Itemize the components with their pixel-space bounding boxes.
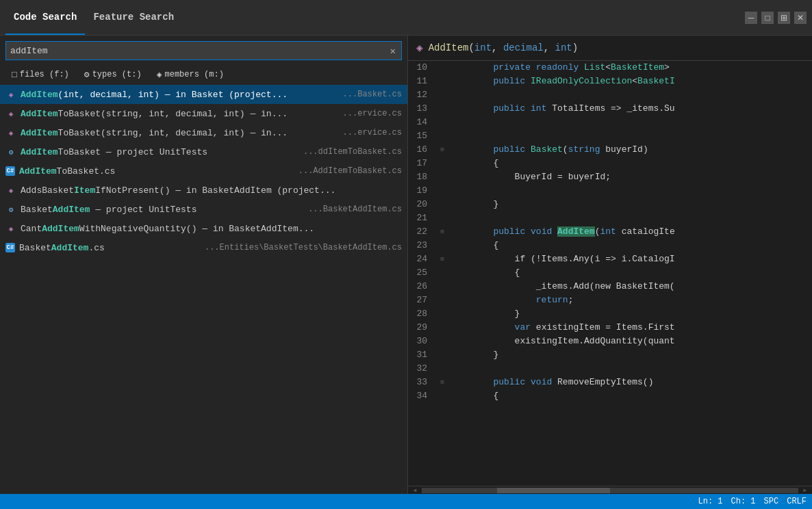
code-line-21: 21 <box>408 211 812 225</box>
filter-files-label: files (f:) <box>20 70 69 79</box>
filter-bar: □ files (f:) ⚙ types (t:) ◈ members (m:) <box>0 64 407 85</box>
result-icon-0: ◈ <box>5 89 16 100</box>
result-path-0: ...Basket.cs <box>343 90 402 99</box>
minimize-button[interactable]: ─ <box>745 12 757 24</box>
code-header: ◈ AddItem(int, decimal, int) <box>408 36 812 61</box>
code-line-31: 31 } <box>408 348 812 362</box>
result-icon-1: ◈ <box>5 108 16 119</box>
result-icon-8: C# <box>5 243 15 252</box>
status-bar: Ln: 1 Ch: 1 SPC CRLF <box>0 494 812 509</box>
result-icon-5: ◈ <box>5 185 16 196</box>
tab-feature-search[interactable]: Feature Search <box>85 0 182 35</box>
scroll-right-button[interactable]: ▶ <box>801 486 809 495</box>
code-line-19: 19 <box>408 184 812 198</box>
result-main-5: AddsBasketItemIfNotPresent() — in Basket… <box>21 185 398 196</box>
clear-icon[interactable]: ✕ <box>389 45 397 57</box>
horizontal-scrollbar[interactable]: ◀ ▶ <box>408 486 812 494</box>
code-line-14: 14 <box>408 116 812 129</box>
scroll-thumb[interactable] <box>497 488 610 493</box>
code-line-22: 22 ⊞ public void AddItem(int catalogIte <box>408 225 812 239</box>
code-line-13: 13 public int TotalItems => _items.Su <box>408 102 812 116</box>
split-button[interactable]: ⊞ <box>778 12 790 24</box>
result-icon-4: C# <box>5 166 15 176</box>
code-line-29: 29 var existingItem = Items.First <box>408 321 812 335</box>
result-main-2: AddItemToBasket(string, int, decimal, in… <box>21 128 339 138</box>
status-ch: Ch: 1 <box>731 497 756 506</box>
filter-members-label: members (m:) <box>165 70 224 79</box>
main-area: ✕ □ files (f:) ⚙ types (t:) ◈ members (m… <box>0 36 812 494</box>
result-item-6[interactable]: ⚙ BasketAddItem — project UnitTests ...B… <box>0 200 407 219</box>
right-panel: ◈ AddItem(int, decimal, int) 10 private … <box>408 36 812 494</box>
result-item-7[interactable]: ◈ CantAddItemWithNegativeQuantity() — in… <box>0 219 407 238</box>
header-cube-icon: ◈ <box>416 41 423 55</box>
scroll-track[interactable] <box>422 488 798 493</box>
result-main-8: BasketAddItem.cs <box>19 243 201 253</box>
status-right: Ln: 1 Ch: 1 SPC CRLF <box>698 497 807 506</box>
code-line-27: 27 return; <box>408 293 812 307</box>
cube-icon: ◈ <box>157 69 162 80</box>
code-line-12: 12 <box>408 88 812 102</box>
code-line-10: 10 private readonly List<BasketItem> <box>408 61 812 75</box>
code-line-32: 32 <box>408 362 812 376</box>
result-path-8: ...Entities\BasketTests\BasketAddItem.cs <box>205 243 402 252</box>
filter-types-button[interactable]: ⚙ types (t:) <box>78 67 148 82</box>
code-line-34: 34 { <box>408 389 812 403</box>
code-line-25: 25 { <box>408 266 812 280</box>
result-main-4: AddItemToBasket.cs <box>19 166 294 177</box>
result-path-2: ...ervice.cs <box>343 128 402 138</box>
code-line-23: 23 { <box>408 239 812 252</box>
result-path-3: ...ddItemToBasket.cs <box>303 147 402 157</box>
tab-feature-search-label: Feature Search <box>93 12 174 23</box>
close-button[interactable]: ✕ <box>794 12 807 24</box>
result-main-3: AddItemToBasket — project UnitTests <box>21 147 299 157</box>
restore-button[interactable]: □ <box>761 12 774 24</box>
result-icon-3: ⚙ <box>5 146 16 157</box>
search-box: ✕ <box>5 41 402 60</box>
result-main-6: BasketAddItem — project UnitTests <box>21 205 304 215</box>
result-item-2[interactable]: ◈ AddItemToBasket(string, int, decimal, … <box>0 123 407 142</box>
status-ln: Ln: 1 <box>698 497 723 506</box>
code-area[interactable]: 10 private readonly List<BasketItem> 11 … <box>408 61 812 486</box>
result-main-7: CantAddItemWithNegativeQuantity() — in B… <box>21 224 398 234</box>
tab-code-search[interactable]: Code Search <box>5 0 85 35</box>
result-item-5[interactable]: ◈ AddsBasketItemIfNotPresent() — in Bask… <box>0 181 407 200</box>
result-main-0: AddItem(int, decimal, int) — in Basket (… <box>21 90 339 100</box>
result-main-1: AddItemToBasket(string, int, decimal, in… <box>21 109 339 119</box>
code-line-11: 11 public IReadOnlyCollection<BasketI <box>408 75 812 88</box>
code-line-20: 20 } <box>408 198 812 211</box>
code-line-18: 18 BuyerId = buyerId; <box>408 170 812 184</box>
search-input[interactable] <box>10 46 389 56</box>
result-item-3[interactable]: ⚙ AddItemToBasket — project UnitTests ..… <box>0 142 407 161</box>
result-path-4: ...AddItemToBasket.cs <box>299 166 402 176</box>
filter-types-label: types (t:) <box>92 70 142 79</box>
code-line-15: 15 <box>408 129 812 143</box>
code-lines: 10 private readonly List<BasketItem> 11 … <box>408 61 812 403</box>
file-icon: □ <box>12 70 17 80</box>
code-line-26: 26 _items.Add(new BasketItem( <box>408 280 812 293</box>
result-icon-7: ◈ <box>5 223 16 234</box>
filter-files-button[interactable]: □ files (f:) <box>5 68 75 82</box>
result-item-8[interactable]: C# BasketAddItem.cs ...Entities\BasketTe… <box>0 238 407 257</box>
types-icon: ⚙ <box>84 69 90 80</box>
result-item-0[interactable]: ◈ AddItem(int, decimal, int) — in Basket… <box>0 85 407 104</box>
code-line-24: 24 ⊞ if (!Items.Any(i => i.CatalogI <box>408 252 812 266</box>
function-name: AddItem <box>429 42 469 53</box>
result-path-6: ...BasketAddItem.cs <box>308 205 402 214</box>
result-item-4[interactable]: C# AddItemToBasket.cs ...AddItemToBasket… <box>0 161 407 181</box>
result-item-1[interactable]: ◈ AddItemToBasket(string, int, decimal, … <box>0 104 407 123</box>
results-list: ◈ AddItem(int, decimal, int) — in Basket… <box>0 85 407 494</box>
tab-code-search-label: Code Search <box>14 12 77 23</box>
window-controls: ─ □ ⊞ ✕ <box>745 12 807 24</box>
filter-members-button[interactable]: ◈ members (m:) <box>151 67 230 82</box>
code-line-30: 30 existingItem.AddQuantity(quant <box>408 335 812 348</box>
result-icon-6: ⚙ <box>5 204 16 215</box>
code-title: AddItem(int, decimal, int) <box>429 42 579 53</box>
code-line-17: 17 { <box>408 157 812 170</box>
title-bar: Code Search Feature Search ─ □ ⊞ ✕ <box>0 0 812 36</box>
result-icon-2: ◈ <box>5 127 16 138</box>
scroll-left-button[interactable]: ◀ <box>411 486 419 495</box>
left-panel: ✕ □ files (f:) ⚙ types (t:) ◈ members (m… <box>0 36 408 494</box>
code-line-28: 28 } <box>408 307 812 321</box>
code-line-16: 16 ⊞ public Basket(string buyerId) <box>408 143 812 157</box>
result-path-1: ...ervice.cs <box>343 109 402 118</box>
